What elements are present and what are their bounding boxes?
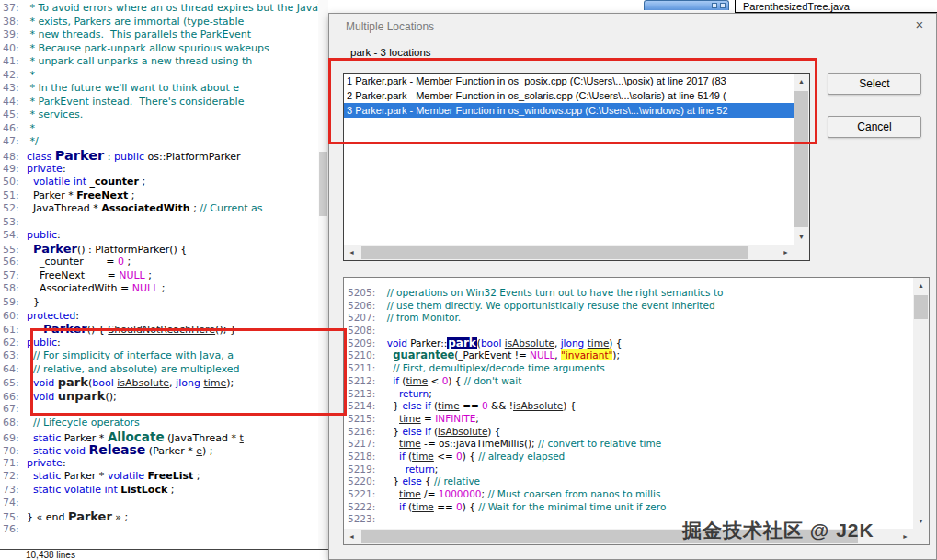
line-number: 37:	[0, 2, 27, 16]
line-number: 68:	[0, 417, 27, 430]
code-line: 5218: if (time <= 0) { // already elapse…	[344, 451, 930, 463]
line-number: 52:	[0, 202, 27, 216]
code-line: 74:	[0, 497, 328, 510]
code-line: 5214: } else if (time == 0 && !isAbsolut…	[344, 400, 930, 413]
annotation-box-park-declarations	[30, 328, 347, 416]
preview-vscrollbar[interactable]: ▲ ▼	[913, 278, 929, 529]
code-preview-pane[interactable]: 5205: // operations on Win32 Events turn…	[343, 277, 930, 545]
list-hscrollbar[interactable]: ◄ ►	[344, 245, 794, 260]
code-line: 60:protected:	[0, 310, 328, 324]
symbol-file-label[interactable]: ParenthesizedTree.java	[735, 0, 937, 13]
code-line: 56: _counter = 0 ;	[0, 256, 328, 269]
code-line: 5213: return;	[344, 388, 930, 401]
code-line: 73: static volatile int ListLock ;	[0, 484, 328, 497]
line-number: 5206:	[344, 300, 381, 313]
line-number: 75:	[0, 511, 27, 525]
code-line: 70: static void Release (Parker * e) ;	[0, 443, 328, 457]
scroll-down-icon[interactable]: ▼	[913, 513, 929, 529]
code-line: 48:class Parker : public os::PlatformPar…	[0, 149, 328, 163]
scroll-up-icon[interactable]: ▲	[913, 278, 929, 293]
preview-scroll-corner	[913, 529, 929, 544]
code-line: 5210: guarantee(_ParkEvent != NULL, "inv…	[344, 349, 930, 362]
scroll-left-icon[interactable]: ◄	[344, 245, 360, 260]
line-number: 5214:	[344, 400, 381, 413]
line-number: 63:	[0, 349, 27, 363]
left-editor-pane[interactable]: 37: * To avoid errors where an os thread…	[0, 0, 328, 549]
line-number: 38:	[0, 16, 27, 29]
line-number: 57:	[0, 269, 27, 283]
cancel-button[interactable]: Cancel	[828, 116, 921, 138]
code-line: 5207: // from Monitor.	[344, 312, 930, 325]
code-line: 5212: if (time < 0) { // don't wait	[344, 375, 930, 388]
line-number: 5218:	[344, 451, 381, 463]
list-hscroll-thumb[interactable]	[361, 246, 748, 259]
preview-code: 5205: // operations on Win32 Events turn…	[344, 287, 930, 526]
line-number: 5213:	[344, 388, 381, 401]
line-number: 5223:	[344, 513, 381, 526]
close-icon[interactable]: ×	[910, 17, 929, 33]
line-number: 46:	[0, 122, 27, 136]
line-number: 55:	[0, 244, 27, 257]
scroll-left-icon[interactable]: ◄	[344, 529, 360, 544]
code-line: 5215: time = INFINITE;	[344, 413, 930, 426]
code-line: 58: AssociatedWith = NULL ;	[0, 282, 328, 296]
line-number: 5221:	[344, 488, 381, 501]
line-number: 5219:	[344, 463, 381, 476]
code-line: 5216: } else if (isAbsolute) {	[344, 426, 930, 439]
code-line: 38: * exists, Parkers are immortal (type…	[0, 16, 328, 29]
code-line: 43: * In the future we'll want to think …	[0, 82, 328, 96]
code-line: 5222: if (time == 0) { // Wait for the m…	[344, 501, 930, 514]
preview-vscroll-thumb[interactable]	[914, 295, 928, 319]
line-number: 5216:	[344, 426, 381, 439]
code-line: 45: * services.	[0, 109, 328, 122]
code-line: 5205: // operations on Win32 Events turn…	[344, 287, 930, 300]
annotation-box-locations	[328, 58, 817, 144]
line-number: 5220:	[344, 475, 381, 488]
code-line: 71:private:	[0, 457, 328, 471]
line-number: 44:	[0, 96, 27, 109]
code-line: 5208:	[344, 325, 930, 337]
line-number: 43:	[0, 82, 27, 96]
line-number: 50:	[0, 176, 27, 189]
scroll-down-icon[interactable]: ▼	[794, 229, 809, 245]
source-insight-window: 37: * To avoid errors where an os thread…	[0, 0, 937, 560]
code-line: 42: *	[0, 69, 328, 83]
line-number: 56:	[0, 256, 27, 269]
code-line: 5209: void Parker::park(bool isAbsolute,…	[344, 337, 930, 350]
line-number: 74:	[0, 497, 27, 510]
line-number: 5210:	[344, 349, 381, 362]
code-line: 55: Parker() : PlatformParker() {	[0, 243, 328, 257]
code-line: 50: volatile int _counter ;	[0, 176, 328, 189]
scroll-right-icon[interactable]: ►	[778, 245, 794, 260]
line-number: 40:	[0, 42, 27, 56]
dialog-title: Multiple Locations	[346, 20, 434, 33]
left-editor-code: 37: * To avoid errors where an os thread…	[0, 2, 328, 537]
code-line: 44: * ParkEvent instead. There's conside…	[0, 96, 328, 109]
line-number: 73:	[0, 484, 27, 497]
editor-vscrollbar[interactable]	[318, 0, 328, 549]
line-number: 5215:	[344, 413, 381, 426]
code-line: 59: }	[0, 296, 328, 310]
editor-vscroll-thumb[interactable]	[319, 152, 327, 216]
line-number: 60:	[0, 310, 27, 324]
code-line: 5206: // use them directly. We opportuni…	[344, 300, 930, 313]
code-line: 68: // Lifecycle operators	[0, 417, 328, 430]
code-line: 5220: } else { // relative	[344, 475, 930, 488]
mini-window-titlebar[interactable]	[644, 0, 729, 10]
line-number: 58:	[0, 282, 27, 296]
line-number: 5222:	[344, 501, 381, 514]
scroll-right-icon[interactable]: ►	[897, 529, 913, 544]
line-number: 47:	[0, 135, 27, 149]
line-number: 64:	[0, 363, 27, 377]
code-line: 39: * new threads. This parallels the Pa…	[0, 29, 328, 42]
line-number: 67:	[0, 403, 27, 417]
select-button[interactable]: Select	[828, 73, 921, 95]
code-line: 46: *	[0, 122, 328, 136]
code-line: 76:	[0, 523, 328, 537]
line-number: 39:	[0, 29, 27, 42]
line-count-text: 10,438 lines	[26, 550, 75, 560]
mini-maximize-icon[interactable]	[712, 3, 717, 8]
mini-close-icon[interactable]	[720, 3, 726, 8]
code-line: 41: * unpark call unparks a new thread u…	[0, 55, 328, 69]
line-number: 76:	[0, 523, 27, 537]
